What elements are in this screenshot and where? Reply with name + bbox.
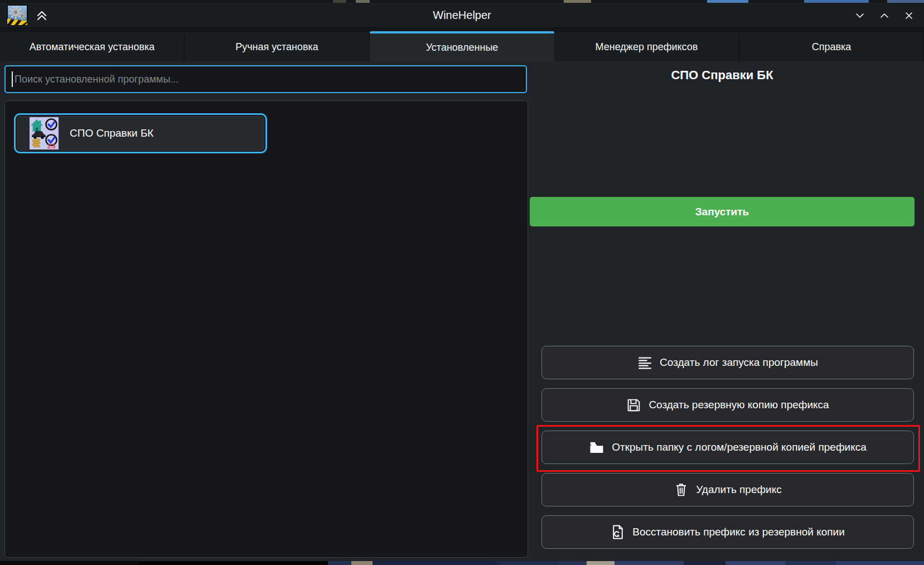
tab-prefix-manager[interactable]: Менеджер префиксов bbox=[554, 32, 739, 61]
close-icon bbox=[904, 11, 914, 21]
folder-icon bbox=[589, 440, 604, 455]
list-item-app[interactable]: 2.5 СПО Справки БК bbox=[14, 113, 267, 153]
tab-installed[interactable]: Установленные bbox=[370, 31, 554, 61]
maximize-button[interactable] bbox=[877, 8, 892, 23]
tab-bar: Автоматическая установка Ручная установк… bbox=[0, 28, 924, 61]
winehelper-app-icon bbox=[7, 4, 28, 26]
screen: WineHelper bbox=[0, 0, 924, 565]
window-title: WineHelper bbox=[0, 3, 924, 28]
floppy-disk-icon bbox=[626, 398, 641, 413]
action-open-folder-button[interactable]: Открыть папку с логом/резервной копией п… bbox=[541, 431, 914, 464]
restore-document-icon bbox=[611, 524, 625, 540]
titlebar: WineHelper bbox=[0, 3, 924, 28]
window-controls bbox=[853, 3, 916, 28]
action-restore-prefix-button[interactable]: Восстановить префикс из резервной копии bbox=[541, 515, 914, 549]
app-icon: 2.5 bbox=[30, 117, 59, 149]
search-input[interactable] bbox=[4, 65, 527, 93]
action-label: Создать лог запуска программы bbox=[660, 356, 818, 369]
tab-auto-install[interactable]: Автоматическая установка bbox=[0, 32, 185, 61]
app-window: WineHelper bbox=[0, 3, 924, 561]
app-name: СПО Справки БК bbox=[70, 127, 153, 139]
list-item-inner: 2.5 СПО Справки БК bbox=[17, 116, 264, 151]
desktop-strip-bottom bbox=[0, 561, 924, 565]
close-button[interactable] bbox=[902, 8, 916, 23]
action-label: Открыть папку с логом/резервной копией п… bbox=[612, 441, 867, 453]
tab-manual-install[interactable]: Ручная установка bbox=[185, 32, 370, 61]
action-backup-prefix-button[interactable]: Создать резервную копию префикса bbox=[541, 388, 914, 422]
run-button[interactable]: Запустить bbox=[530, 197, 915, 226]
trash-icon bbox=[674, 482, 689, 498]
app-icon-badge: 2.5 bbox=[47, 143, 56, 149]
action-label: Удалить префикс bbox=[696, 484, 782, 496]
minimize-button[interactable] bbox=[853, 8, 867, 23]
app-list: 2.5 СПО Справки БК bbox=[4, 100, 528, 558]
action-label: Создать резервную копию префикса bbox=[649, 399, 829, 411]
chevron-down-icon bbox=[855, 11, 865, 21]
action-delete-prefix-button[interactable]: Удалить префикс bbox=[541, 473, 914, 506]
action-create-log-button[interactable]: Создать лог запуска программы bbox=[541, 346, 914, 379]
chevron-up-icon bbox=[879, 11, 889, 21]
double-chevron-up-icon bbox=[35, 9, 49, 22]
tab-help[interactable]: Справка bbox=[739, 32, 924, 61]
detail-title: СПО Справки БК bbox=[530, 68, 915, 83]
keep-above-button[interactable] bbox=[35, 8, 49, 23]
log-lines-icon bbox=[637, 355, 652, 370]
text-caret bbox=[12, 71, 13, 87]
action-label: Восстановить префикс из резервной копии bbox=[632, 526, 845, 538]
app-menu-icon[interactable] bbox=[7, 4, 28, 26]
